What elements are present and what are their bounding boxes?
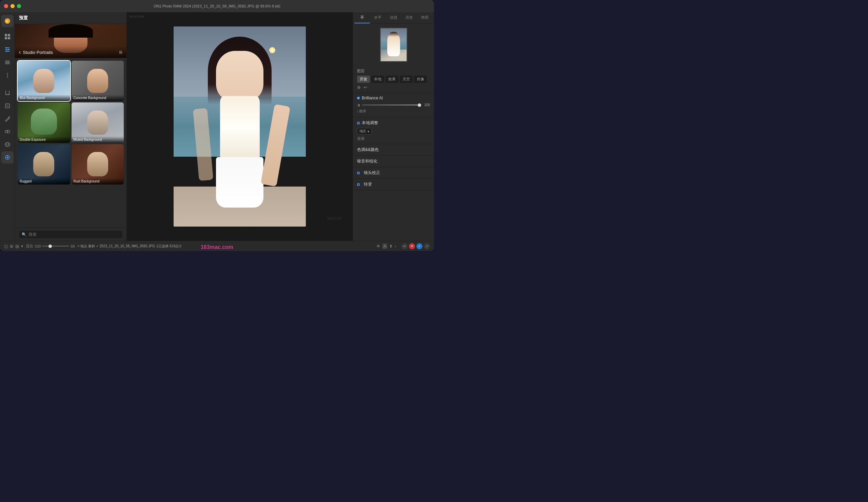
brilliance-ai-dot[interactable] bbox=[357, 97, 360, 99]
svg-point-15 bbox=[7, 73, 8, 74]
brilliance-slider-row: ◑ 100 bbox=[357, 103, 430, 107]
layer-tab-效果[interactable]: 效果 bbox=[385, 76, 399, 83]
svg-rect-12 bbox=[5, 61, 10, 61]
local-adjust-dot[interactable] bbox=[357, 122, 360, 124]
svg-rect-3 bbox=[8, 34, 10, 36]
retouch-btn[interactable] bbox=[1, 113, 13, 125]
noise-sharp-section[interactable]: 噪音和锐化 bbox=[353, 156, 434, 167]
svg-point-10 bbox=[8, 49, 9, 50]
tab-快照[interactable]: 快照 bbox=[417, 12, 433, 23]
preset-item-muted-background[interactable]: Muted Background bbox=[72, 102, 124, 143]
preset-label-rust-background: Rust Background bbox=[72, 178, 124, 185]
svg-point-17 bbox=[7, 76, 8, 78]
tab-历史[interactable]: 历史 bbox=[402, 12, 417, 23]
preset-item-rugged[interactable]: Rugged bbox=[18, 144, 70, 185]
traffic-lights bbox=[4, 4, 21, 8]
filter-presets-btn[interactable] bbox=[1, 43, 13, 55]
preset-item-concrete-background[interactable]: Concrete Background bbox=[72, 61, 124, 101]
brilliance-slider-track[interactable] bbox=[362, 104, 420, 105]
crop-btn[interactable] bbox=[1, 87, 13, 99]
chevron-view-icon[interactable]: ▾ bbox=[21, 244, 23, 249]
maximize-button[interactable] bbox=[17, 4, 21, 8]
studio-portrait-header[interactable]: Studio Portraits ⊞ bbox=[15, 24, 126, 58]
preset-label-concrete-background: Concrete Background bbox=[72, 95, 124, 101]
macgf-watermark2: MACGF.COM bbox=[229, 224, 250, 227]
eye-icon[interactable]: 👁 bbox=[376, 244, 380, 249]
fine-tune-toggle[interactable]: 微调 bbox=[357, 108, 430, 114]
bottom-bar-right: 👁 A ⬆ › bbox=[376, 244, 396, 249]
local-adjust-header[interactable]: 本地调整 bbox=[357, 120, 430, 126]
svg-rect-14 bbox=[5, 63, 10, 64]
local-adjust-btn[interactable] bbox=[1, 56, 13, 69]
grid-view-icon[interactable]: ⊞ bbox=[10, 244, 13, 249]
lens-correct-dot[interactable] bbox=[357, 172, 360, 174]
browse-btn[interactable] bbox=[1, 31, 13, 43]
active-tool-btn[interactable] bbox=[1, 151, 13, 164]
tab-信息[interactable]: 信息 bbox=[385, 12, 401, 23]
preset-label-double-exposure: Double Exposure bbox=[18, 136, 70, 143]
right-panel: 不 水平 信息 历史 快照 图层 开发 本地 效果 bbox=[353, 12, 434, 241]
selection-info: 1已选择·314总计 bbox=[156, 244, 182, 249]
list-view-icon[interactable]: ▤ bbox=[15, 244, 19, 249]
svg-rect-5 bbox=[8, 37, 10, 39]
brilliance-slider-value: 100 bbox=[422, 103, 430, 107]
zoom-slider[interactable] bbox=[42, 246, 69, 247]
svg-rect-2 bbox=[5, 34, 7, 36]
local-adjust-title: 本地调整 bbox=[357, 120, 378, 126]
chevron-right-icon[interactable]: › bbox=[395, 244, 396, 249]
app-logo-btn[interactable]: O bbox=[1, 15, 13, 27]
preset-item-rust-background[interactable]: Rust Background bbox=[72, 144, 124, 185]
slider-min-icon: ◑ bbox=[357, 103, 360, 107]
svg-point-9 bbox=[6, 47, 7, 49]
transform-dot[interactable] bbox=[357, 183, 360, 186]
expand-button[interactable]: ⤢ bbox=[424, 243, 430, 249]
svg-rect-4 bbox=[5, 37, 7, 39]
layer-undo-icon[interactable]: ↩ bbox=[363, 85, 367, 90]
region-row: 地区 ▾ bbox=[357, 128, 430, 135]
preset-grid: Blur Background Concrete Background Doub… bbox=[15, 58, 126, 187]
action-buttons: ↩ ✕ ✓ ⤢ bbox=[402, 243, 430, 249]
tone-color-section[interactable]: 色调&&颜色 bbox=[353, 144, 434, 156]
tab-不[interactable]: 不 bbox=[354, 12, 370, 23]
clone-btn[interactable] bbox=[1, 125, 13, 138]
layers-section: 图层 开发 本地 效果 天空 肖像 ⊕ ↩ bbox=[353, 66, 434, 93]
macgf-watermark: MACGF bbox=[327, 216, 342, 221]
mask-btn[interactable] bbox=[1, 139, 13, 151]
svg-point-23 bbox=[6, 143, 7, 145]
more-btn[interactable] bbox=[1, 69, 13, 81]
undo-button[interactable]: ↩ bbox=[402, 243, 407, 249]
window-title: ON1 Photo RAW 2024 (2023_11_20_10_58_IMG… bbox=[154, 4, 280, 8]
canvas-area: MASTER bbox=[127, 12, 353, 241]
svg-point-21 bbox=[7, 130, 10, 133]
preset-item-blur-background[interactable]: Blur Background bbox=[18, 61, 70, 101]
svg-point-26 bbox=[7, 157, 8, 158]
minimize-button[interactable] bbox=[11, 4, 14, 8]
confirm-button[interactable]: ✓ bbox=[416, 243, 423, 249]
lens-correct-section[interactable]: 镜头校正 bbox=[353, 167, 434, 179]
bottom-bar-zoom: 适合 100 99 bbox=[26, 244, 75, 249]
layer-tab-本地[interactable]: 本地 bbox=[371, 76, 384, 83]
close-button[interactable] bbox=[4, 4, 8, 8]
tab-水平[interactable]: 水平 bbox=[370, 12, 385, 23]
share-icon[interactable]: ⬆ bbox=[389, 244, 393, 249]
main-layout: O bbox=[0, 12, 434, 241]
local-adjust-section: 本地调整 地区 ▾ 选项 bbox=[353, 117, 434, 144]
studio-title[interactable]: Studio Portraits bbox=[19, 49, 53, 55]
region-select[interactable]: 地区 ▾ bbox=[357, 128, 372, 135]
zoom-handle[interactable] bbox=[49, 245, 52, 248]
search-icon: 🔍 bbox=[22, 232, 27, 237]
layer-tab-天空[interactable]: 天空 bbox=[400, 76, 413, 83]
text-icon[interactable]: A bbox=[382, 244, 387, 249]
cancel-button[interactable]: ✕ bbox=[409, 243, 415, 249]
brilliance-ai-header[interactable]: Brilliance Al bbox=[357, 96, 430, 100]
transform-section[interactable]: 转变 bbox=[353, 179, 434, 190]
grid-toggle-icon[interactable]: ⊞ bbox=[119, 50, 122, 54]
layer-add-icon[interactable]: ⊕ bbox=[357, 85, 361, 90]
layer-tab-开发[interactable]: 开发 bbox=[357, 76, 370, 83]
layer-tab-肖像[interactable]: 肖像 bbox=[414, 76, 427, 83]
search-bar: 🔍 bbox=[15, 228, 126, 241]
transform-btn[interactable] bbox=[1, 100, 13, 112]
panel-toggle-icon[interactable]: ◫ bbox=[4, 244, 8, 249]
preset-item-double-exposure[interactable]: Double Exposure bbox=[18, 102, 70, 143]
search-input[interactable] bbox=[29, 232, 120, 237]
